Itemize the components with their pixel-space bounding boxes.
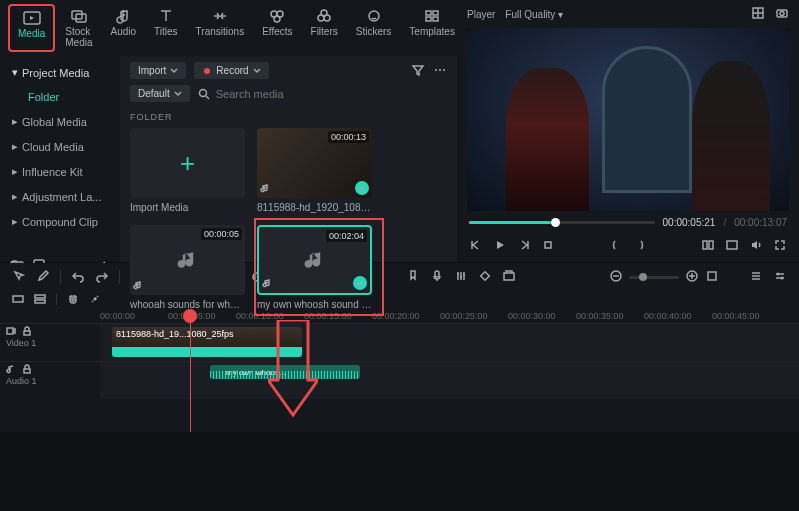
mark-in-icon[interactable]	[609, 238, 623, 254]
video-track-header[interactable]: Video 1	[0, 324, 100, 361]
audio-clip[interactable]: my own whoos...	[210, 365, 360, 379]
compare-icon[interactable]	[701, 238, 715, 254]
import-media-card[interactable]: + Import Media	[130, 128, 245, 213]
expand-icon[interactable]	[773, 238, 787, 254]
video-track[interactable]: 8115988-hd_19...1080_25fps	[100, 324, 799, 361]
zoom-slider[interactable]	[629, 276, 679, 279]
grid-icon[interactable]	[751, 6, 765, 22]
svg-rect-1	[72, 11, 82, 19]
quality-dropdown[interactable]: Full Quality ▾	[505, 9, 563, 20]
render-icon[interactable]	[502, 269, 516, 285]
zoom-fit-icon[interactable]	[705, 269, 719, 285]
sidebar-folder[interactable]: Folder	[0, 85, 120, 109]
svg-rect-2	[76, 14, 86, 22]
sidebar-project-media[interactable]: ▾ Project Media	[0, 60, 120, 85]
svg-point-36	[457, 273, 459, 275]
player-total-time: 00:00:13:07	[734, 217, 787, 228]
sidebar-compound-clip[interactable]: ▸ Compound Clip	[0, 209, 120, 234]
svg-point-37	[460, 276, 462, 278]
sidebar-adjustment-layer[interactable]: ▸ Adjustment La...	[0, 184, 120, 209]
next-frame-icon[interactable]	[517, 238, 531, 254]
search-input[interactable]	[216, 88, 447, 100]
svg-point-8	[324, 15, 330, 21]
zoom-in-icon[interactable]	[685, 269, 699, 285]
svg-rect-46	[13, 296, 23, 302]
music-icon	[6, 364, 16, 374]
play-icon[interactable]	[493, 238, 507, 254]
sidebar-global-media[interactable]: ▸ Global Media	[0, 109, 120, 134]
undo-icon[interactable]	[71, 269, 85, 285]
svg-rect-49	[7, 328, 13, 334]
svg-rect-11	[433, 11, 438, 15]
svg-rect-24	[545, 242, 551, 248]
prev-frame-icon[interactable]	[469, 238, 483, 254]
audio-track-header[interactable]: Audio 1	[0, 362, 100, 399]
lock-icon[interactable]	[22, 364, 32, 374]
svg-rect-40	[504, 273, 514, 280]
filter-icon[interactable]	[411, 63, 425, 79]
track-opt-1-icon[interactable]	[12, 293, 24, 307]
media-card-audio-1[interactable]: 00:00:05 whooah sounds for when th...	[130, 225, 245, 310]
timeline-ruler[interactable]: 00:00:0000:00:05:0000:00:10:0000:00:15:0…	[0, 309, 799, 323]
tab-stock-media[interactable]: Stock Media	[57, 4, 100, 52]
settings-icon[interactable]	[773, 269, 787, 285]
record-button[interactable]: Record	[194, 62, 268, 79]
svg-point-18	[439, 69, 441, 71]
tab-audio[interactable]: Audio	[102, 4, 144, 52]
tab-bar: Media Stock Media Audio Titles Transitio…	[0, 0, 457, 56]
edit-tool-icon[interactable]	[36, 269, 50, 285]
search-icon	[198, 88, 210, 100]
track-opt-2-icon[interactable]	[34, 293, 46, 307]
tab-filters[interactable]: Filters	[303, 4, 346, 52]
svg-rect-48	[35, 300, 45, 303]
svg-point-20	[199, 89, 206, 96]
svg-rect-47	[35, 295, 45, 298]
svg-point-7	[318, 15, 324, 21]
tab-titles[interactable]: Titles	[146, 4, 186, 52]
media-card-video[interactable]: 00:00:13 8115988-hd_1920_1080_25fps	[257, 128, 372, 213]
tab-templates[interactable]: Templates	[401, 4, 463, 52]
playhead[interactable]	[190, 323, 191, 432]
player-scrubber[interactable]	[469, 221, 655, 224]
svg-point-44	[777, 273, 780, 276]
stop-icon[interactable]	[541, 238, 555, 254]
folder-heading: FOLDER	[130, 112, 447, 122]
list-view-icon[interactable]	[749, 269, 763, 285]
player-viewport[interactable]	[467, 28, 789, 211]
import-button[interactable]: Import	[130, 62, 186, 79]
media-card-audio-2[interactable]: 00:02:04 my own whoosh sound eff...	[257, 225, 372, 310]
svg-rect-27	[727, 241, 737, 249]
redo-icon[interactable]	[95, 269, 109, 285]
sidebar-influence-kit[interactable]: ▸ Influence Kit	[0, 159, 120, 184]
svg-rect-26	[709, 241, 713, 249]
link-icon[interactable]	[89, 293, 101, 307]
mark-out-icon[interactable]	[633, 238, 647, 254]
mixer-icon[interactable]	[454, 269, 468, 285]
check-icon	[353, 276, 367, 290]
tab-media[interactable]: Media	[8, 4, 55, 52]
tab-transitions[interactable]: Transitions	[188, 4, 253, 52]
sort-default-button[interactable]: Default	[130, 85, 190, 102]
zoom-out-icon[interactable]	[609, 269, 623, 285]
svg-point-38	[463, 274, 465, 276]
svg-rect-25	[703, 241, 707, 249]
volume-icon[interactable]	[749, 238, 763, 254]
keyframe-icon[interactable]	[478, 269, 492, 285]
tab-stickers[interactable]: Stickers	[348, 4, 400, 52]
fullscreen-icon[interactable]	[725, 238, 739, 254]
more-icon[interactable]	[433, 63, 447, 79]
sidebar-cloud-media[interactable]: ▸ Cloud Media	[0, 134, 120, 159]
svg-rect-51	[24, 369, 30, 373]
video-clip[interactable]: 8115988-hd_19...1080_25fps	[112, 327, 302, 357]
svg-rect-10	[426, 11, 431, 15]
audio-track[interactable]: my own whoos...	[100, 362, 799, 399]
svg-point-16	[204, 68, 210, 74]
tab-effects[interactable]: Effects	[254, 4, 300, 52]
magnet-icon[interactable]	[67, 293, 79, 307]
select-tool-icon[interactable]	[12, 269, 26, 285]
media-sidebar: ▾ Project Media Folder ▸ Global Media ▸ …	[0, 56, 120, 262]
snapshot-icon[interactable]	[775, 6, 789, 22]
svg-point-45	[781, 277, 784, 280]
svg-rect-50	[24, 331, 30, 335]
lock-icon[interactable]	[22, 326, 32, 336]
